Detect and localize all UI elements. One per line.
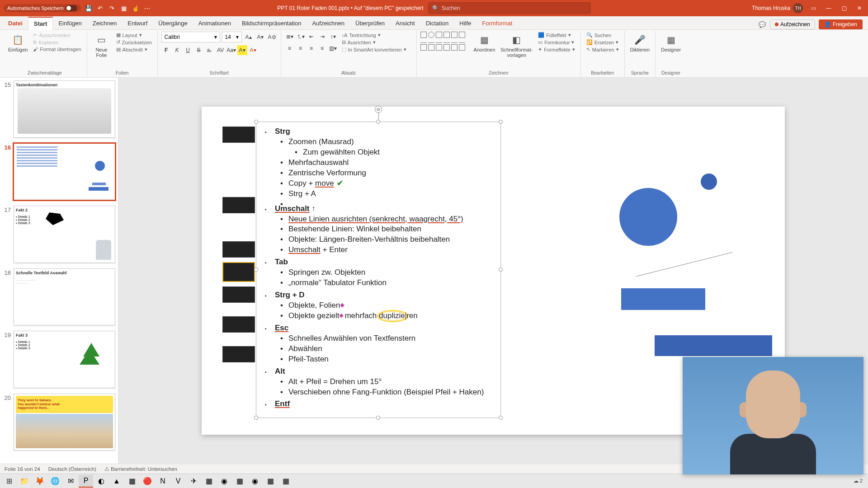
- indent-button[interactable]: ⇥: [317, 32, 327, 42]
- resize-handle[interactable]: [254, 267, 258, 272]
- thumb-16[interactable]: 16: [2, 143, 115, 201]
- paste-button[interactable]: 📋Einfügen: [6, 32, 29, 54]
- cut-button[interactable]: ✂ Ausschneiden: [31, 32, 83, 38]
- undo-icon[interactable]: ↶: [96, 4, 104, 12]
- redo-icon[interactable]: ↷: [108, 4, 116, 12]
- align-right-button[interactable]: ≡: [307, 43, 316, 53]
- taskbar-vlc[interactable]: ▲: [109, 475, 124, 488]
- taskbar-powerpoint[interactable]: P: [79, 475, 93, 488]
- tab-animations[interactable]: Animationen: [193, 17, 236, 29]
- tab-view[interactable]: Ansicht: [390, 17, 420, 29]
- resize-handle[interactable]: [499, 416, 503, 420]
- resize-handle[interactable]: [499, 120, 503, 124]
- taskbar-app[interactable]: ◐: [94, 475, 108, 488]
- taskbar-app[interactable]: ◉: [248, 475, 262, 488]
- taskbar-explorer[interactable]: 📁: [17, 475, 32, 488]
- shape-line[interactable]: [636, 252, 732, 277]
- language-status[interactable]: Deutsch (Österreich): [48, 466, 96, 472]
- align-text-button[interactable]: ⊟ Ausrichten ▾: [340, 39, 408, 46]
- record-button[interactable]: Aufzeichnen: [770, 19, 815, 29]
- tab-insert[interactable]: Einfügen: [53, 17, 87, 29]
- new-slide-button[interactable]: ▭Neue Folie: [91, 32, 113, 60]
- tab-start[interactable]: Start: [28, 17, 53, 30]
- smartart-button[interactable]: ⬚ In SmartArt konvertieren ▾: [340, 46, 408, 53]
- slide-counter[interactable]: Folie 16 von 24: [5, 466, 40, 472]
- shape-effects-button[interactable]: ✦ Formeffekte ▾: [536, 46, 577, 53]
- font-name-select[interactable]: Calibri▾: [161, 32, 220, 42]
- tab-design[interactable]: Entwurf: [122, 17, 153, 29]
- shape-circle-small[interactable]: [701, 174, 717, 190]
- taskbar-onenote[interactable]: N: [156, 475, 170, 488]
- tab-file[interactable]: Datei: [3, 17, 28, 29]
- resize-handle[interactable]: [376, 416, 380, 420]
- rotate-handle[interactable]: ⟳: [375, 106, 382, 113]
- replace-button[interactable]: 🔁 Ersetzen ▾: [585, 39, 621, 46]
- taskbar-app[interactable]: 🔴: [140, 475, 155, 488]
- font-size-select[interactable]: 14▾: [222, 32, 242, 42]
- taskbar-app[interactable]: ▦: [263, 475, 278, 488]
- italic-button[interactable]: K: [172, 45, 182, 55]
- highlight-button[interactable]: A▾: [237, 45, 247, 55]
- resize-handle[interactable]: [499, 267, 503, 272]
- case-button[interactable]: Aa▾: [226, 45, 236, 55]
- quick-styles-button[interactable]: ◧Schnellformat- vorlagen: [499, 32, 534, 60]
- numbering-button[interactable]: ⒈▾: [296, 32, 306, 42]
- tab-help[interactable]: Hilfe: [454, 17, 476, 29]
- arrange-button[interactable]: ▦Anordnen: [472, 32, 497, 54]
- resize-handle[interactable]: [254, 416, 258, 420]
- accessibility-status[interactable]: ⚠ Barrierefreiheit: Untersuchen: [104, 466, 177, 472]
- thumb-19[interactable]: 19 Fakt 3 • Details 1• Details 2• Detail…: [2, 331, 115, 388]
- touch-icon[interactable]: ☝: [132, 4, 140, 12]
- thumb-18[interactable]: 18 Schnelle Textfeld Auswahl — — — — — —…: [2, 268, 115, 326]
- line-spacing-button[interactable]: ↕▾: [328, 32, 338, 42]
- taskbar-app[interactable]: ▦: [232, 475, 247, 488]
- weather-widget[interactable]: ☁ 2: [854, 478, 863, 484]
- shape-rectangle-2[interactable]: [655, 335, 772, 356]
- comments-icon[interactable]: 💬: [758, 20, 766, 28]
- taskbar-telegram[interactable]: ✈: [186, 475, 201, 488]
- format-painter-button[interactable]: 🖌 Format übertragen: [31, 46, 83, 52]
- search-input[interactable]: 🔍 Suchen: [428, 2, 591, 14]
- resize-handle[interactable]: [376, 120, 380, 124]
- taskbar-vscode[interactable]: V: [171, 475, 185, 488]
- maximize-icon[interactable]: ▢: [839, 3, 849, 13]
- resize-handle[interactable]: [254, 120, 258, 124]
- text-direction-button[interactable]: ↕A Textrichtung ▾: [340, 32, 408, 38]
- quick-icon[interactable]: ▦: [120, 4, 128, 12]
- tab-record[interactable]: Aufzeichnen: [307, 17, 350, 29]
- shape-gallery[interactable]: [420, 32, 470, 51]
- autosave-toggle[interactable]: Automatisches Speichern: [4, 4, 81, 12]
- shape-outline-button[interactable]: ▭ Formkontur ▾: [536, 39, 577, 46]
- section-button[interactable]: ▤ Abschnitt ▾: [114, 46, 154, 53]
- shape-rectangle-1[interactable]: [621, 288, 705, 310]
- start-button[interactable]: ⊞: [2, 475, 16, 488]
- minimize-icon[interactable]: —: [824, 3, 834, 13]
- align-center-button[interactable]: ≡: [296, 43, 306, 53]
- taskbar-app[interactable]: ▦: [125, 475, 139, 488]
- dictate-button[interactable]: 🎤Diktieren: [628, 32, 651, 54]
- taskbar-outlook[interactable]: ✉: [63, 475, 78, 488]
- thumb-15[interactable]: 15 Tastenkombinationen: [2, 80, 115, 138]
- font-color-button[interactable]: A▾: [248, 45, 258, 55]
- shape-fill-button[interactable]: 🟦 Fülleffekt ▾: [536, 32, 577, 38]
- tab-dictation[interactable]: Dictation: [420, 17, 454, 29]
- outdent-button[interactable]: ⇤: [307, 32, 316, 42]
- taskbar-obs[interactable]: ◉: [217, 475, 231, 488]
- shadow-button[interactable]: aᵥ: [205, 45, 215, 55]
- slide-thumbnail-pane[interactable]: 15 Tastenkombinationen 16 17 Fakt 2 • De…: [0, 78, 118, 464]
- tab-review[interactable]: Überprüfen: [350, 17, 390, 29]
- taskbar-firefox[interactable]: 🦊: [33, 475, 47, 488]
- grow-font-icon[interactable]: A▴: [244, 32, 254, 42]
- close-icon[interactable]: ✕: [854, 3, 864, 13]
- shrink-font-icon[interactable]: A▾: [255, 32, 265, 42]
- reset-button[interactable]: ↺ Zurücksetzen: [114, 39, 154, 46]
- columns-button[interactable]: ▥▾: [328, 43, 338, 53]
- underline-button[interactable]: U: [183, 45, 193, 55]
- account-button[interactable]: Thomas Hruska TH: [752, 3, 803, 13]
- tab-draw[interactable]: Zeichnen: [87, 17, 122, 29]
- find-button[interactable]: 🔍 Suchen: [585, 32, 621, 38]
- ribbon-mode-icon[interactable]: ▭: [808, 3, 818, 13]
- thumb-17[interactable]: 17 Fakt 2 • Details 1• Details 2• Detail…: [2, 206, 115, 263]
- more-icon[interactable]: ⋯: [143, 4, 151, 12]
- taskbar-app[interactable]: ▦: [202, 475, 216, 488]
